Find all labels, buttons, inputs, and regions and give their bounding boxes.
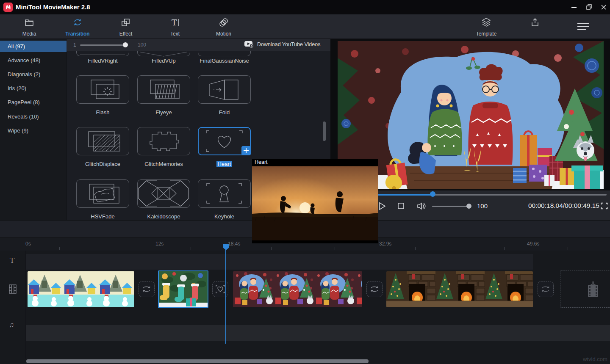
transitions-scrollbar[interactable] xyxy=(323,121,326,141)
transition-item-flash[interactable]: Flash xyxy=(76,75,129,116)
transition-item-heart[interactable]: Heart xyxy=(198,127,251,167)
volume-slider[interactable] xyxy=(432,206,469,207)
transition-label: Keyhole xyxy=(198,213,251,220)
action-label: Template xyxy=(467,31,505,37)
sidebar-item-iris[interactable]: Iris (20) xyxy=(0,83,67,94)
popup-title: Heart xyxy=(255,159,268,165)
effect-icon xyxy=(120,17,131,28)
sidebar-item-label: Iris (20) xyxy=(8,85,26,91)
fullscreen-button[interactable] xyxy=(601,202,608,211)
sidebar-item-label: All (97) xyxy=(8,43,25,50)
transition-item-fold[interactable]: Fold xyxy=(198,75,251,116)
transition-icon xyxy=(72,17,83,28)
tab-transition[interactable]: Transition xyxy=(58,17,97,37)
music-track[interactable] xyxy=(26,325,610,341)
template-icon xyxy=(481,17,492,28)
volume-handle[interactable] xyxy=(466,204,471,209)
sidebar-item-pagepeel[interactable]: PagePeel (8) xyxy=(0,97,67,108)
text-track[interactable] xyxy=(26,254,533,270)
sidebar-item-diagonals[interactable]: Diagonals (2) xyxy=(0,69,67,80)
play-icon xyxy=(378,201,386,211)
clip-family[interactable] xyxy=(233,271,362,307)
tab-label: Media xyxy=(10,31,48,37)
text-icon: T xyxy=(169,17,180,28)
fullscreen-icon xyxy=(601,202,608,210)
close-icon xyxy=(601,5,606,10)
minimize-icon xyxy=(571,7,577,8)
watermark: wtvid.com xyxy=(583,356,607,362)
clip-stockings[interactable] xyxy=(158,270,208,308)
clip-fireplace[interactable] xyxy=(386,271,533,307)
duration-slider[interactable] xyxy=(80,44,128,46)
transition-item-keyhole[interactable]: Keyhole xyxy=(198,179,251,220)
video-track-icon xyxy=(8,284,17,294)
transition-item-finalgaussiannoise[interactable] xyxy=(198,51,251,56)
transition-item-filledvup[interactable] xyxy=(137,51,190,56)
popup-video xyxy=(252,166,378,240)
sidebar-item-all[interactable]: All (97) xyxy=(0,41,67,52)
sidebar-item-label: Reveals (10) xyxy=(8,113,39,120)
tab-media[interactable]: Media xyxy=(10,17,48,37)
kaleidoscope-icon xyxy=(138,180,189,207)
sidebar-item-label: Diagonals (2) xyxy=(8,71,40,77)
flyeye-icon xyxy=(138,76,189,103)
timeline-transition-placeholder[interactable] xyxy=(538,281,554,297)
add-clip-placeholder[interactable] xyxy=(560,270,610,308)
export-button[interactable] xyxy=(516,17,554,31)
sidebar-item-label: Advance (48) xyxy=(8,57,40,63)
transition-item-glitchdisplace[interactable]: GlitchDisplace xyxy=(76,127,129,167)
transition-category-sidebar: All (97) Advance (48) Diagonals (2) Iris… xyxy=(0,39,67,220)
transitions-topbar: 1 100 Download YouTube Videos xyxy=(67,39,330,51)
sidebar-item-reveals[interactable]: Reveals (10) xyxy=(0,111,67,122)
sidebar-item-wipe[interactable]: Wipe (9) xyxy=(0,125,67,136)
timeline-transition-marker[interactable] xyxy=(139,281,155,297)
minimize-button[interactable] xyxy=(567,0,581,14)
transition-item-flyeye[interactable]: Flyeye xyxy=(137,75,190,116)
transition-label: GlitchDisplace xyxy=(76,161,129,167)
transition-label: FinalGaussianNoise xyxy=(198,58,251,64)
transition-label: Kaleidoscope xyxy=(137,213,190,220)
restore-button[interactable] xyxy=(582,0,596,14)
tab-label: Motion xyxy=(205,31,243,37)
time-display: 00:00:18.04/00:00:49.15 xyxy=(491,202,599,210)
sidebar-item-label: Wipe (9) xyxy=(8,127,28,134)
timeline-transition-marker[interactable] xyxy=(366,281,383,297)
clip-winter-village[interactable] xyxy=(28,271,134,307)
seek-bar[interactable] xyxy=(433,194,607,196)
transition-item-filledvright[interactable] xyxy=(76,51,129,56)
menu-button[interactable] xyxy=(576,22,591,33)
youtube-icon xyxy=(244,41,254,48)
sidebar-item-advance[interactable]: Advance (48) xyxy=(0,55,67,66)
clip-thumbnail xyxy=(386,271,533,307)
close-button[interactable] xyxy=(597,0,610,14)
transition-item-hsvfade[interactable]: HSVFade xyxy=(76,179,129,220)
tab-effect[interactable]: Effect xyxy=(107,17,145,37)
transition-preview-popup: Heart xyxy=(252,159,378,243)
flash-icon xyxy=(77,76,128,103)
stop-button[interactable] xyxy=(397,202,405,212)
timeline-scrollbar[interactable] xyxy=(26,359,369,363)
clip-thumbnail xyxy=(159,271,208,307)
plus-icon xyxy=(241,146,251,155)
transition-item-glitchmemories[interactable]: GlitchMemories xyxy=(137,127,190,167)
play-button[interactable] xyxy=(378,201,386,212)
seek-handle[interactable] xyxy=(430,191,435,197)
duration-slider-handle[interactable] xyxy=(123,42,128,47)
volume-button[interactable] xyxy=(417,202,426,212)
transition-label: FilledVRight xyxy=(76,58,129,64)
volume-value: 100 xyxy=(477,202,488,210)
template-button[interactable]: Template xyxy=(467,17,505,37)
filledvup-icon xyxy=(138,52,189,57)
transition-item-kaleidoscope[interactable]: Kaleidoscope xyxy=(137,179,190,220)
download-youtube-button[interactable]: Download YouTube Videos xyxy=(244,41,320,48)
glitchdisplace-icon xyxy=(77,127,128,154)
tab-motion[interactable]: Motion xyxy=(205,17,243,37)
add-transition-button[interactable] xyxy=(241,146,251,155)
hamburger-icon xyxy=(576,22,591,31)
playhead[interactable] xyxy=(225,249,226,344)
ruler-tick-label: 49.6s xyxy=(527,241,539,247)
tab-text[interactable]: T Text xyxy=(156,17,194,37)
transition-label: HSVFade xyxy=(76,213,129,220)
motion-icon xyxy=(218,17,229,28)
text-track-icon: T xyxy=(10,256,14,265)
